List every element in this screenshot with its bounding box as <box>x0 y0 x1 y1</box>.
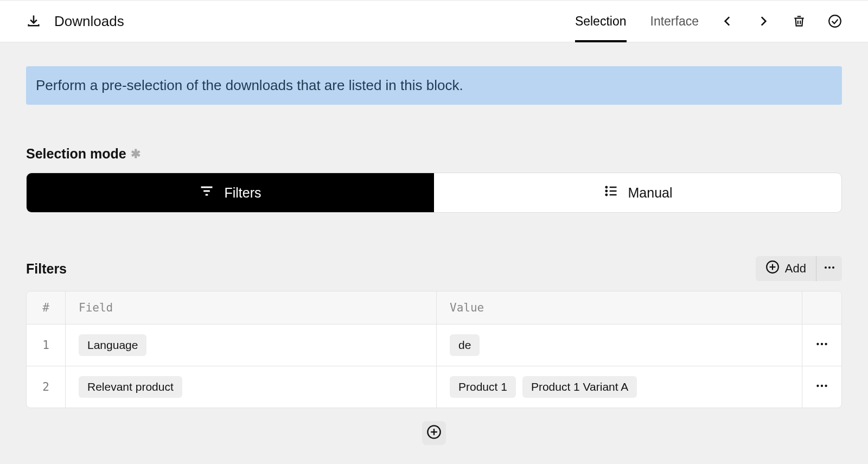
svg-point-6 <box>605 194 607 195</box>
column-actions <box>802 291 841 324</box>
filters-actions: Add <box>756 256 842 281</box>
delete-button[interactable] <box>792 14 806 28</box>
segment-manual[interactable]: Manual <box>434 173 841 212</box>
tab-selection[interactable]: Selection <box>575 1 627 42</box>
next-button[interactable] <box>756 14 770 28</box>
download-icon <box>26 14 41 29</box>
add-filter-label: Add <box>785 262 806 276</box>
column-field: Field <box>66 291 437 324</box>
table-row: 1 Language de <box>27 325 841 366</box>
content: Perform a pre-selection of the downloads… <box>0 42 868 464</box>
table-header: # Field Value <box>27 291 841 325</box>
required-star-icon: ✱ <box>131 147 141 161</box>
segment-label: Filters <box>224 185 261 201</box>
filters-header: Filters Add <box>26 256 842 281</box>
filter-icon <box>199 183 214 202</box>
value-chip[interactable]: de <box>450 334 480 356</box>
row-value: Product 1 Product 1 Variant A <box>437 366 802 408</box>
header-actions <box>720 14 842 28</box>
tab-interface[interactable]: Interface <box>650 1 699 42</box>
segment-label: Manual <box>628 185 673 201</box>
field-chip[interactable]: Language <box>79 334 146 356</box>
svg-point-14 <box>828 266 831 269</box>
svg-point-15 <box>832 266 834 269</box>
svg-point-19 <box>816 385 819 387</box>
svg-point-13 <box>825 266 827 269</box>
add-row-wrap <box>26 421 842 445</box>
selection-mode-segmented: Filters Manual <box>26 173 842 213</box>
header: Downloads Selection Interface <box>0 0 868 42</box>
tab-label: Interface <box>650 14 699 29</box>
row-index: 1 <box>27 325 66 366</box>
page-title: Downloads <box>54 13 124 30</box>
add-row-button[interactable] <box>422 421 446 445</box>
row-field: Language <box>66 325 437 366</box>
header-right: Selection Interface <box>575 1 842 42</box>
field-chip[interactable]: Relevant product <box>79 376 182 398</box>
svg-point-20 <box>821 385 823 387</box>
selection-mode-label: Selection mode ✱ <box>26 146 842 162</box>
selection-mode-label-text: Selection mode <box>26 146 126 162</box>
plus-circle-icon <box>426 424 442 442</box>
info-banner-text: Perform a pre-selection of the downloads… <box>36 77 463 93</box>
row-menu-button[interactable] <box>802 366 841 408</box>
list-icon <box>603 183 618 202</box>
confirm-button[interactable] <box>828 14 842 28</box>
filters-title: Filters <box>26 261 67 277</box>
svg-point-18 <box>825 343 827 345</box>
svg-point-21 <box>825 385 827 387</box>
value-chip[interactable]: Product 1 <box>450 376 516 398</box>
dots-horizontal-icon <box>815 379 829 395</box>
tab-label: Selection <box>575 14 627 29</box>
info-banner: Perform a pre-selection of the downloads… <box>26 66 842 105</box>
column-num: # <box>27 291 66 324</box>
svg-point-4 <box>605 187 607 188</box>
segment-filters[interactable]: Filters <box>27 173 434 212</box>
dots-horizontal-icon <box>815 337 829 353</box>
svg-point-17 <box>821 343 823 345</box>
add-filter-button[interactable]: Add <box>756 256 816 281</box>
tabs: Selection Interface <box>575 1 699 42</box>
filters-table: # Field Value 1 Language de 2 Relevant p… <box>26 291 842 408</box>
svg-point-0 <box>829 15 841 27</box>
header-left: Downloads <box>26 13 124 30</box>
row-menu-button[interactable] <box>802 325 841 366</box>
table-row: 2 Relevant product Product 1 Product 1 V… <box>27 366 841 408</box>
plus-circle-icon <box>765 260 780 277</box>
prev-button[interactable] <box>720 14 735 28</box>
filters-more-button[interactable] <box>816 256 842 281</box>
row-field: Relevant product <box>66 366 437 408</box>
row-index: 2 <box>27 366 66 408</box>
dots-horizontal-icon <box>823 261 836 276</box>
value-chip[interactable]: Product 1 Variant A <box>522 376 637 398</box>
column-value: Value <box>437 291 802 324</box>
svg-point-5 <box>605 190 607 192</box>
row-value: de <box>437 325 802 366</box>
svg-point-16 <box>816 343 819 345</box>
